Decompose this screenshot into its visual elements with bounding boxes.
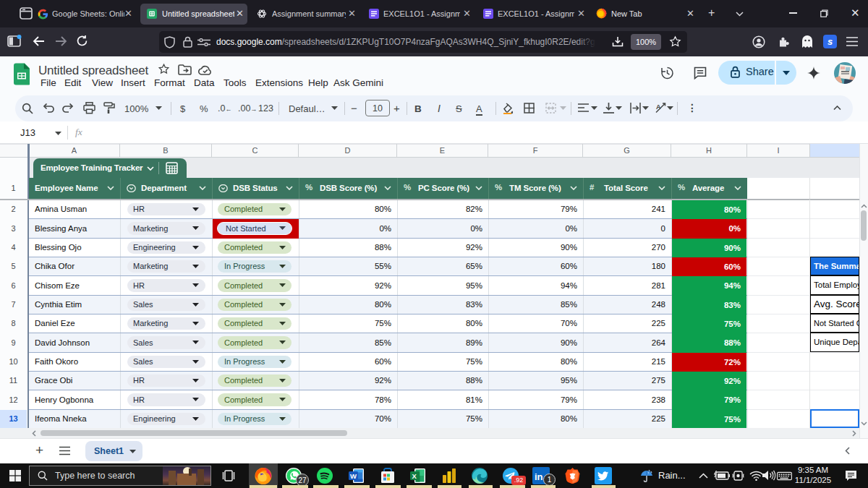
svg-text:X: X	[412, 472, 417, 480]
svg-text:A: A	[656, 103, 661, 111]
svg-text:in: in	[535, 471, 543, 482]
svg-text:W: W	[350, 472, 357, 480]
